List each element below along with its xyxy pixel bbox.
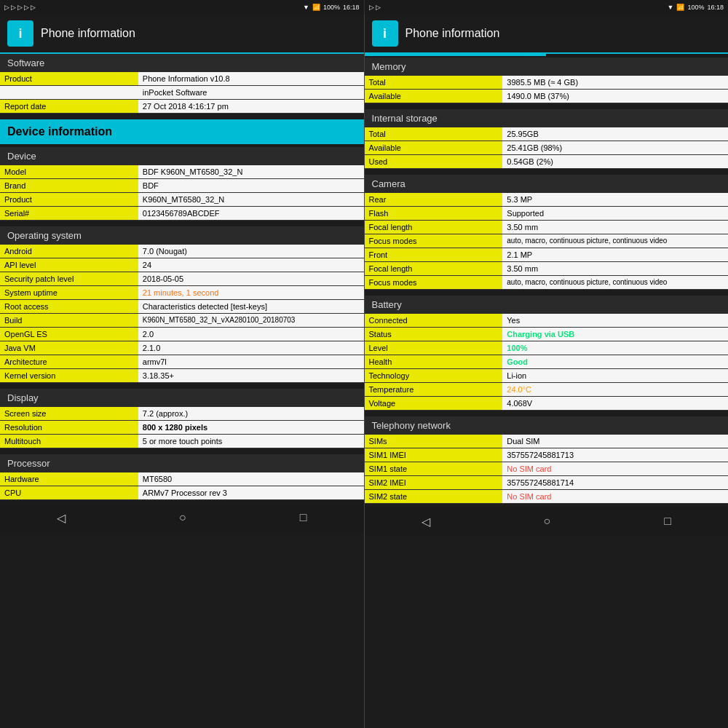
health-value: Good [502, 355, 728, 369]
build-value: K960N_MT6580_32_N_vXA280100_20180703 [138, 314, 364, 328]
table-row: Available 25.41GB (98%) [365, 141, 729, 155]
os-section-header: Operating system [0, 226, 364, 245]
product-label: Product [0, 72, 138, 86]
multitouch-label: Multitouch [0, 435, 138, 448]
root-label: Root access [0, 300, 138, 314]
signal-icon-r: ▼ [668, 4, 674, 11]
home-button-left[interactable]: ○ [165, 505, 201, 530]
brand-label: Brand [0, 179, 138, 193]
focal-front-value: 3.50 mm [502, 262, 728, 276]
table-row: SIM2 state No SIM card [365, 490, 729, 504]
table-row: Used 0.54GB (2%) [365, 155, 729, 169]
table-row: SIMs Dual SIM [365, 435, 729, 448]
build-label: Build [0, 314, 138, 328]
right-panel-header: i Phone information [365, 15, 729, 54]
battery-table: Connected Yes Status Charging via USB Le… [365, 314, 729, 411]
cpu-label: CPU [0, 486, 138, 500]
focal-rear-label: Focal length [365, 221, 503, 234]
uptime-label: System uptime [0, 286, 138, 300]
security-label: Security patch level [0, 272, 138, 286]
table-row: Focus modes auto, macro, continuous pict… [365, 276, 729, 290]
table-row: Product K960N_MT6580_32_N [0, 193, 364, 207]
sims-value: Dual SIM [502, 435, 728, 448]
empty-label [0, 86, 138, 100]
front-label: Front [365, 248, 503, 262]
level-value: 100% [502, 341, 728, 355]
status-value: Charging via USB [502, 328, 728, 341]
recent-button-left[interactable]: □ [285, 505, 322, 530]
table-row: Focal length 3.50 mm [365, 262, 729, 276]
camera-table: Rear 5.3 MP Flash Supported Focal length… [365, 193, 729, 290]
table-row: Build K960N_MT6580_32_N_vXA280100_201807… [0, 314, 364, 328]
left-panel-header: i Phone information [0, 15, 364, 54]
mem-total-label: Total [365, 76, 503, 90]
stor-avail-label: Available [365, 141, 503, 155]
battery-level-right: 100% [687, 4, 704, 11]
sim1-imei-value: 357557245881713 [502, 448, 728, 462]
brand-value: BDF [138, 179, 364, 193]
tech-value: Li-ion [502, 369, 728, 383]
hardware-label: Hardware [0, 472, 138, 486]
resolution-value: 800 x 1280 pixels [138, 421, 364, 435]
flash-label: Flash [365, 207, 503, 221]
flash-value: Supported [502, 207, 728, 221]
mem-total-value: 3985.5 MB (≈ 4 GB) [502, 76, 728, 90]
table-row: Connected Yes [365, 314, 729, 328]
display-section-header: Display [0, 389, 364, 407]
inpocket-value: inPocket Software [138, 86, 364, 100]
back-button-left[interactable]: ◁ [42, 505, 80, 531]
table-row: Multitouch 5 or more touch points [0, 435, 364, 448]
table-row: OpenGL ES 2.0 [0, 328, 364, 341]
screensize-value: 7.2 (approx.) [138, 407, 364, 421]
left-panel-icon: i [7, 20, 33, 47]
level-label: Level [365, 341, 503, 355]
android-value: 7.0 (Nougat) [138, 245, 364, 258]
mem-avail-value: 1490.0 MB (37%) [502, 90, 728, 103]
hardware-value: MT6580 [138, 472, 364, 486]
device-section-header: Device [0, 147, 364, 165]
voltage-label: Voltage [365, 397, 503, 411]
table-row: Total 3985.5 MB (≈ 4 GB) [365, 76, 729, 90]
table-row: Kernel version 3.18.35+ [0, 369, 364, 383]
table-row: SIM1 IMEI 357557245881713 [365, 448, 729, 462]
kernel-value: 3.18.35+ [138, 369, 364, 383]
status-label: Status [365, 328, 503, 341]
temp-value: 24.0°C [502, 383, 728, 397]
sim1-state-value: No SIM card [502, 462, 728, 476]
sims-label: SIMs [365, 435, 503, 448]
table-row: Technology Li-ion [365, 369, 729, 383]
software-section-header: Software [0, 54, 364, 72]
recent-button-right[interactable]: □ [649, 509, 686, 534]
javavm-label: Java VM [0, 341, 138, 355]
focus-front-label: Focus modes [365, 276, 503, 290]
connected-label: Connected [365, 314, 503, 328]
focal-rear-value: 3.50 mm [502, 221, 728, 234]
table-row: Available 1490.0 MB (37%) [365, 90, 729, 103]
camera-section-header: Camera [365, 175, 729, 193]
table-row: Total 25.95GB [365, 127, 729, 141]
product-value-d: K960N_MT6580_32_N [138, 193, 364, 207]
home-button-right[interactable]: ○ [529, 509, 566, 534]
focal-front-label: Focal length [365, 262, 503, 276]
right-panel: i Phone information Memory Total 3985.5 … [365, 15, 729, 728]
sim2-imei-value: 357557245881714 [502, 476, 728, 490]
processor-section-header: Processor [0, 454, 364, 472]
opengl-value: 2.0 [138, 328, 364, 341]
left-panel-title: Phone information [41, 27, 135, 40]
multitouch-value: 5 or more touch points [138, 435, 364, 448]
arch-value: armv7l [138, 355, 364, 369]
model-label: Model [0, 165, 138, 179]
left-nav-bar: ◁ ○ □ [0, 503, 364, 532]
battery-level-left: 100% [323, 4, 340, 11]
software-table: Product Phone Information v10.8 inPocket… [0, 72, 364, 114]
status-bar-left-icons: ▷▷▷▷▷ [4, 4, 36, 11]
table-row: SIM1 state No SIM card [365, 462, 729, 476]
tab-active [365, 54, 547, 56]
storage-table: Total 25.95GB Available 25.41GB (98%) Us… [365, 127, 729, 169]
time-right: 16:18 [707, 4, 724, 11]
back-button-right[interactable]: ◁ [407, 509, 445, 534]
table-row: Model BDF K960N_MT6580_32_N [0, 165, 364, 179]
table-row: Resolution 800 x 1280 pixels [0, 421, 364, 435]
left-panel: i Phone information Software Product Pho… [0, 15, 365, 728]
time-left: 16:18 [343, 4, 360, 11]
